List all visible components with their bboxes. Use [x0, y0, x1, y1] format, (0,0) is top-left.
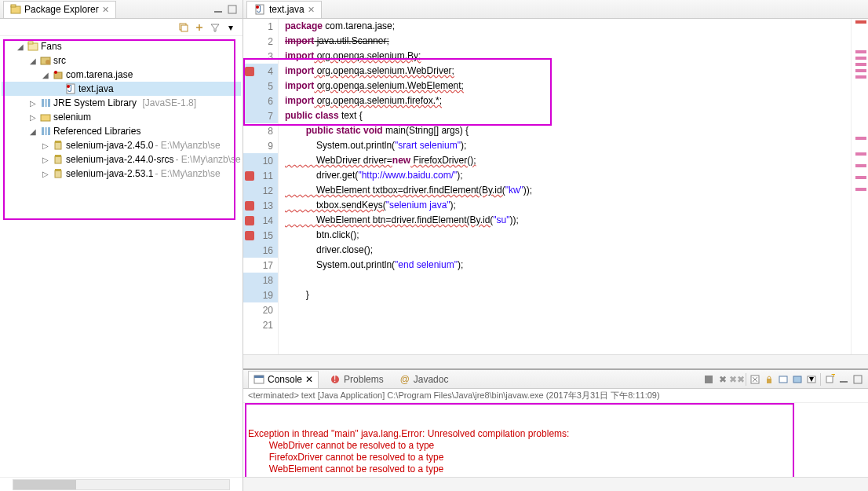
- tree-ref-libs[interactable]: ◢ Referenced Libraries: [2, 124, 241, 138]
- svg-rect-2: [214, 11, 222, 13]
- svg-rect-45: [854, 376, 862, 383]
- console-hscroll[interactable]: [243, 477, 868, 491]
- svg-text:+: +: [831, 374, 835, 380]
- svg-point-14: [67, 85, 70, 88]
- close-icon[interactable]: ✕: [308, 5, 315, 15]
- svg-text:!: !: [334, 375, 336, 384]
- package-icon: [52, 68, 64, 81]
- minimize-icon[interactable]: [838, 374, 849, 385]
- console-tabbar: Console ✕ ! Problems @ Javadoc ✖ ✖✖ ▾: [243, 370, 868, 389]
- view-menu-icon[interactable]: ▾: [225, 22, 236, 33]
- problems-tab[interactable]: ! Problems: [325, 371, 388, 388]
- console-pane: Console ✕ ! Problems @ Javadoc ✖ ✖✖ ▾: [243, 369, 868, 491]
- svg-rect-39: [793, 376, 801, 383]
- svg-text:▾: ▾: [809, 374, 814, 384]
- svg-rect-25: [55, 155, 61, 157]
- svg-rect-44: [840, 381, 848, 383]
- java-file-icon: J: [64, 82, 77, 95]
- editor-area: J text.java ✕ 1 2 3 4 5 6 7 8 9 10 11 12…: [243, 0, 868, 369]
- h-scrollbar[interactable]: [0, 477, 243, 491]
- svg-rect-17: [48, 99, 50, 107]
- console-tab[interactable]: Console ✕: [248, 371, 319, 388]
- svg-rect-3: [228, 5, 236, 13]
- tree-jre[interactable]: ▷ JRE System Library [JavaSE-1.8]: [2, 96, 241, 110]
- tree-lib2[interactable]: ▷ selenium-java-2.44.0-srcs - E:\My\anzb…: [2, 152, 241, 167]
- javadoc-tab[interactable]: @ Javadoc: [395, 371, 454, 388]
- svg-rect-20: [45, 127, 47, 135]
- library-icon: [39, 125, 52, 137]
- tree-selenium-folder[interactable]: ▷ selenium: [2, 110, 241, 124]
- java-file-icon: J: [253, 3, 266, 16]
- console-launch-title: <terminated> text [Java Application] C:\…: [243, 389, 868, 403]
- package-explorer-tab[interactable]: Package Explorer ✕: [3, 1, 116, 18]
- console-toolbar: ✖ ✖✖ ▾ +: [703, 373, 863, 386]
- svg-rect-16: [45, 99, 47, 107]
- svg-point-9: [46, 60, 50, 64]
- tree-src[interactable]: ◢ src: [2, 53, 241, 68]
- collapse-all-icon[interactable]: [178, 22, 189, 33]
- editor-body[interactable]: 1 2 3 4 5 6 7 8 9 10 11 12 13 14 15 16 1…: [243, 19, 868, 354]
- svg-rect-18: [41, 115, 50, 121]
- line-number-gutter: 1 2 3 4 5 6 7 8 9 10 11 12 13 14 15 16 1…: [243, 19, 279, 354]
- package-explorer-tabbar: Package Explorer ✕: [0, 0, 243, 19]
- svg-rect-7: [28, 42, 33, 44]
- svg-point-30: [256, 5, 259, 9]
- maximize-icon[interactable]: [852, 374, 863, 385]
- package-explorer-toolbar: ▾: [0, 19, 243, 36]
- package-explorer-title: Package Explorer: [24, 4, 99, 15]
- svg-rect-37: [767, 379, 771, 383]
- right-pane: J text.java ✕ 1 2 3 4 5 6 7 8 9 10 11 12…: [243, 0, 868, 491]
- svg-point-11: [54, 71, 57, 74]
- terminate-icon[interactable]: [703, 374, 714, 385]
- console-icon: [253, 374, 264, 385]
- jar-icon: [52, 139, 64, 152]
- editor-tab[interactable]: J text.java ✕: [246, 1, 322, 18]
- svg-rect-21: [48, 127, 50, 135]
- close-icon[interactable]: ✕: [102, 5, 109, 15]
- jar-icon: [52, 167, 64, 180]
- svg-rect-23: [55, 141, 61, 143]
- display-console-icon[interactable]: [792, 374, 803, 385]
- overview-ruler[interactable]: [851, 19, 868, 354]
- svg-rect-38: [779, 376, 787, 383]
- filter-icon[interactable]: [210, 22, 221, 33]
- svg-rect-24: [55, 156, 61, 163]
- tree-file[interactable]: J text.java: [2, 82, 241, 96]
- package-explorer-tree[interactable]: ◢ Fans ◢ src ◢ com.tarena.jase J text.ja…: [0, 36, 243, 477]
- project-icon: [27, 40, 39, 53]
- svg-rect-19: [42, 127, 44, 135]
- new-console-icon[interactable]: +: [824, 374, 835, 385]
- remove-all-icon[interactable]: ✖✖: [731, 374, 742, 385]
- console-output[interactable]: Exception in thread "main" java.lang.Err…: [243, 403, 868, 477]
- scroll-lock-icon[interactable]: [764, 374, 775, 385]
- code-area[interactable]: package com.tarena.jase;import java.util…: [279, 19, 851, 354]
- problems-icon: !: [330, 374, 341, 385]
- svg-rect-27: [55, 169, 61, 171]
- tree-package[interactable]: ◢ com.tarena.jase: [2, 68, 241, 82]
- svg-rect-15: [42, 99, 44, 107]
- tree-lib1[interactable]: ▷ selenium-java-2.45.0 - E:\My\anzb\se: [2, 138, 241, 152]
- pin-console-icon[interactable]: [778, 374, 789, 385]
- folder-icon: [39, 111, 52, 123]
- package-explorer-icon: [10, 4, 21, 15]
- close-icon[interactable]: ✕: [305, 374, 313, 385]
- package-explorer-pane: Package Explorer ✕ ▾ ◢ Fans ◢ src ◢ com.…: [0, 0, 243, 491]
- svg-rect-5: [181, 25, 188, 31]
- remove-launch-icon[interactable]: ✖: [717, 374, 728, 385]
- link-editor-icon[interactable]: [194, 22, 205, 33]
- maximize-icon[interactable]: [227, 4, 238, 15]
- svg-rect-32: [254, 376, 264, 378]
- svg-rect-22: [55, 142, 61, 149]
- tree-lib3[interactable]: ▷ selenium-java-2.53.1 - E:\My\anzb\se: [2, 167, 241, 181]
- open-console-icon[interactable]: ▾: [806, 374, 817, 385]
- svg-rect-1: [11, 5, 16, 7]
- library-icon: [39, 97, 52, 109]
- tree-project[interactable]: ◢ Fans: [2, 39, 241, 53]
- editor-hscroll[interactable]: [243, 354, 868, 368]
- svg-rect-35: [705, 376, 713, 383]
- minimize-icon[interactable]: [213, 4, 224, 15]
- javadoc-icon: @: [399, 374, 410, 385]
- clear-console-icon[interactable]: [749, 374, 760, 385]
- svg-rect-26: [55, 170, 61, 178]
- editor-tabbar: J text.java ✕: [243, 0, 868, 19]
